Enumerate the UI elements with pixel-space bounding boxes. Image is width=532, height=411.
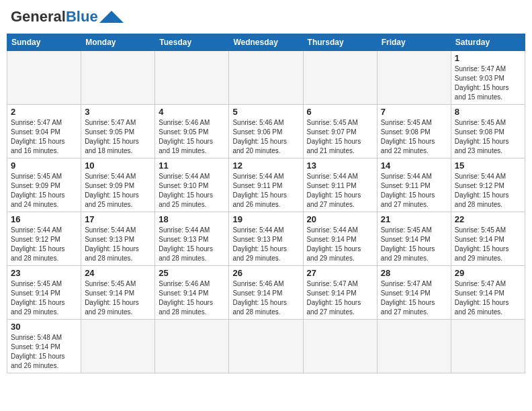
day-number: 11 <box>159 161 225 171</box>
day-info: Sunrise: 5:44 AM Sunset: 9:09 PM Dayligh… <box>85 172 151 210</box>
day-number: 12 <box>232 161 299 171</box>
day-info: Sunrise: 5:44 AM Sunset: 9:13 PM Dayligh… <box>85 226 151 263</box>
day-info: Sunrise: 5:46 AM Sunset: 9:05 PM Dayligh… <box>159 118 225 156</box>
day-number: 13 <box>307 161 373 171</box>
calendar-cell: 3Sunrise: 5:47 AM Sunset: 9:05 PM Daylig… <box>81 105 155 158</box>
calendar-cell: 8Sunrise: 5:45 AM Sunset: 9:08 PM Daylig… <box>451 105 525 158</box>
day-number: 26 <box>232 268 299 278</box>
weekday-header-row: SundayMondayTuesdayWednesdayThursdayFrid… <box>7 34 525 51</box>
logo-general: General <box>11 8 66 25</box>
calendar-cell: 2Sunrise: 5:47 AM Sunset: 9:04 PM Daylig… <box>7 105 81 158</box>
logo-text: GeneralBlue <box>11 9 98 24</box>
calendar-cell: 22Sunrise: 5:45 AM Sunset: 9:14 PM Dayli… <box>451 212 525 266</box>
day-number: 19 <box>232 214 299 224</box>
svg-marker-0 <box>99 11 124 23</box>
day-info: Sunrise: 5:45 AM Sunset: 9:08 PM Dayligh… <box>381 118 447 156</box>
day-info: Sunrise: 5:45 AM Sunset: 9:14 PM Dayligh… <box>11 279 77 317</box>
calendar-cell: 5Sunrise: 5:46 AM Sunset: 9:06 PM Daylig… <box>229 105 303 158</box>
calendar-cell: 4Sunrise: 5:46 AM Sunset: 9:05 PM Daylig… <box>155 105 229 158</box>
day-info: Sunrise: 5:44 AM Sunset: 9:11 PM Dayligh… <box>307 172 373 210</box>
day-number: 27 <box>307 268 373 278</box>
day-info: Sunrise: 5:44 AM Sunset: 9:12 PM Dayligh… <box>455 172 521 210</box>
day-info: Sunrise: 5:44 AM Sunset: 9:10 PM Dayligh… <box>159 172 225 210</box>
calendar-cell: 6Sunrise: 5:45 AM Sunset: 9:07 PM Daylig… <box>303 105 377 158</box>
day-info: Sunrise: 5:46 AM Sunset: 9:14 PM Dayligh… <box>159 279 225 317</box>
calendar-cell <box>81 320 155 373</box>
weekday-header-thursday: Thursday <box>303 34 377 51</box>
weekday-header-monday: Monday <box>81 34 155 51</box>
calendar-cell: 9Sunrise: 5:45 AM Sunset: 9:09 PM Daylig… <box>7 158 81 212</box>
day-number: 29 <box>455 268 521 278</box>
day-info: Sunrise: 5:45 AM Sunset: 9:09 PM Dayligh… <box>11 172 77 210</box>
calendar-cell <box>303 51 377 105</box>
weekday-header-wednesday: Wednesday <box>229 34 303 51</box>
week-row-3: 9Sunrise: 5:45 AM Sunset: 9:09 PM Daylig… <box>7 158 525 212</box>
calendar-cell: 10Sunrise: 5:44 AM Sunset: 9:09 PM Dayli… <box>81 158 155 212</box>
calendar-cell: 28Sunrise: 5:47 AM Sunset: 9:14 PM Dayli… <box>377 266 451 320</box>
day-number: 21 <box>381 214 447 224</box>
day-info: Sunrise: 5:45 AM Sunset: 9:08 PM Dayligh… <box>455 118 521 156</box>
calendar-cell: 12Sunrise: 5:44 AM Sunset: 9:11 PM Dayli… <box>229 158 303 212</box>
calendar-cell: 24Sunrise: 5:45 AM Sunset: 9:14 PM Dayli… <box>81 266 155 320</box>
calendar-cell: 21Sunrise: 5:45 AM Sunset: 9:14 PM Dayli… <box>377 212 451 266</box>
calendar-cell: 7Sunrise: 5:45 AM Sunset: 9:08 PM Daylig… <box>377 105 451 158</box>
day-info: Sunrise: 5:47 AM Sunset: 9:14 PM Dayligh… <box>455 279 521 317</box>
page-header: GeneralBlue <box>7 7 525 28</box>
week-row-2: 2Sunrise: 5:47 AM Sunset: 9:04 PM Daylig… <box>7 105 525 158</box>
day-number: 23 <box>11 268 77 278</box>
day-info: Sunrise: 5:44 AM Sunset: 9:13 PM Dayligh… <box>159 226 225 263</box>
day-info: Sunrise: 5:47 AM Sunset: 9:04 PM Dayligh… <box>11 118 77 156</box>
day-number: 10 <box>85 161 151 171</box>
calendar-cell: 1Sunrise: 5:47 AM Sunset: 9:03 PM Daylig… <box>451 51 525 105</box>
day-info: Sunrise: 5:45 AM Sunset: 9:14 PM Dayligh… <box>455 226 521 263</box>
day-info: Sunrise: 5:48 AM Sunset: 9:14 PM Dayligh… <box>11 333 77 371</box>
calendar-cell: 25Sunrise: 5:46 AM Sunset: 9:14 PM Dayli… <box>155 266 229 320</box>
day-info: Sunrise: 5:47 AM Sunset: 9:05 PM Dayligh… <box>85 118 151 156</box>
calendar-cell: 15Sunrise: 5:44 AM Sunset: 9:12 PM Dayli… <box>451 158 525 212</box>
day-info: Sunrise: 5:46 AM Sunset: 9:14 PM Dayligh… <box>232 279 299 317</box>
calendar-cell: 16Sunrise: 5:44 AM Sunset: 9:12 PM Dayli… <box>7 212 81 266</box>
day-number: 5 <box>232 107 299 117</box>
calendar-cell <box>451 320 525 373</box>
day-info: Sunrise: 5:44 AM Sunset: 9:12 PM Dayligh… <box>11 226 77 263</box>
day-info: Sunrise: 5:44 AM Sunset: 9:11 PM Dayligh… <box>232 172 299 210</box>
calendar-cell: 30Sunrise: 5:48 AM Sunset: 9:14 PM Dayli… <box>7 320 81 373</box>
calendar-cell: 19Sunrise: 5:44 AM Sunset: 9:13 PM Dayli… <box>229 212 303 266</box>
logo: GeneralBlue <box>11 9 124 26</box>
day-number: 16 <box>11 214 77 224</box>
calendar-cell: 14Sunrise: 5:44 AM Sunset: 9:11 PM Dayli… <box>377 158 451 212</box>
day-number: 28 <box>381 268 447 278</box>
calendar-cell <box>155 320 229 373</box>
calendar-cell: 23Sunrise: 5:45 AM Sunset: 9:14 PM Dayli… <box>7 266 81 320</box>
day-info: Sunrise: 5:46 AM Sunset: 9:06 PM Dayligh… <box>232 118 299 156</box>
calendar-cell <box>303 320 377 373</box>
calendar-cell <box>229 51 303 105</box>
day-number: 2 <box>11 107 77 117</box>
logo-blue: Blue <box>66 8 98 25</box>
day-info: Sunrise: 5:44 AM Sunset: 9:11 PM Dayligh… <box>381 172 447 210</box>
calendar-cell: 26Sunrise: 5:46 AM Sunset: 9:14 PM Dayli… <box>229 266 303 320</box>
calendar-cell: 11Sunrise: 5:44 AM Sunset: 9:10 PM Dayli… <box>155 158 229 212</box>
calendar-cell <box>81 51 155 105</box>
calendar-cell: 17Sunrise: 5:44 AM Sunset: 9:13 PM Dayli… <box>81 212 155 266</box>
weekday-header-sunday: Sunday <box>7 34 81 51</box>
day-info: Sunrise: 5:44 AM Sunset: 9:14 PM Dayligh… <box>307 226 373 263</box>
calendar-cell <box>377 320 451 373</box>
day-number: 1 <box>455 53 521 63</box>
calendar-cell: 13Sunrise: 5:44 AM Sunset: 9:11 PM Dayli… <box>303 158 377 212</box>
day-number: 4 <box>159 107 225 117</box>
day-number: 9 <box>11 161 77 171</box>
day-number: 22 <box>455 214 521 224</box>
calendar-cell: 29Sunrise: 5:47 AM Sunset: 9:14 PM Dayli… <box>451 266 525 320</box>
day-number: 24 <box>85 268 151 278</box>
calendar-cell: 27Sunrise: 5:47 AM Sunset: 9:14 PM Dayli… <box>303 266 377 320</box>
week-row-5: 23Sunrise: 5:45 AM Sunset: 9:14 PM Dayli… <box>7 266 525 320</box>
calendar-cell: 18Sunrise: 5:44 AM Sunset: 9:13 PM Dayli… <box>155 212 229 266</box>
calendar-table: SundayMondayTuesdayWednesdayThursdayFrid… <box>7 34 525 373</box>
day-number: 17 <box>85 214 151 224</box>
day-info: Sunrise: 5:45 AM Sunset: 9:14 PM Dayligh… <box>85 279 151 317</box>
day-info: Sunrise: 5:44 AM Sunset: 9:13 PM Dayligh… <box>232 226 299 263</box>
weekday-header-saturday: Saturday <box>451 34 525 51</box>
weekday-header-friday: Friday <box>377 34 451 51</box>
day-info: Sunrise: 5:45 AM Sunset: 9:14 PM Dayligh… <box>381 226 447 263</box>
